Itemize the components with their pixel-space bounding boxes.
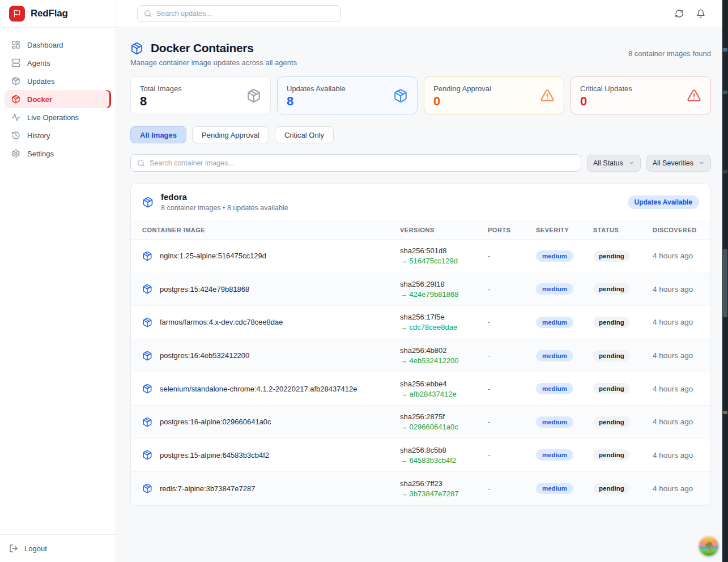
gear-icon xyxy=(11,149,20,158)
sidebar-item-label: Agents xyxy=(27,59,50,67)
package-icon xyxy=(142,417,152,427)
current-version: sha256:2875f xyxy=(400,412,488,422)
page-subtitle: Manage container image updates across al… xyxy=(130,58,297,67)
package-icon xyxy=(142,317,152,327)
brand-name: RedFlag xyxy=(31,8,68,19)
status-badge: pending xyxy=(593,483,630,494)
logout-label: Logout xyxy=(24,544,47,553)
status-badge: pending xyxy=(593,250,630,262)
sidebar-item-label: Live Operations xyxy=(27,113,79,122)
package-icon xyxy=(142,251,152,261)
target-version: → 424e79b81868 xyxy=(400,289,488,299)
status-filter-select[interactable]: All Status xyxy=(587,155,641,172)
sidebar-item-label: Docker xyxy=(27,95,52,104)
severity-filter-select[interactable]: All Severities xyxy=(646,155,711,172)
status-badge: pending xyxy=(593,449,630,461)
stat-card-critical-updates: Critical Updates0 xyxy=(571,76,711,114)
image-search-input[interactable] xyxy=(150,159,574,167)
container-image-name: postgres:15:424e79b81868 xyxy=(160,285,249,293)
ports-value: - xyxy=(488,318,536,326)
stat-label: Critical Updates xyxy=(580,84,701,93)
discovered-time: 4 hours ago xyxy=(653,351,699,360)
sidebar-item-settings[interactable]: Settings xyxy=(5,144,111,163)
chevron-down-icon xyxy=(699,160,705,166)
stat-label: Pending Approval xyxy=(433,84,555,93)
stat-value: 0 xyxy=(433,94,555,109)
logout-icon xyxy=(9,544,18,553)
scrollbar-track[interactable] xyxy=(722,0,728,562)
severity-badge: medium xyxy=(536,383,573,394)
container-image-name: nginx:1.25-alpine:516475cc129d xyxy=(160,252,266,260)
sidebar-nav: DashboardAgentsUpdatesDockerLive Operati… xyxy=(0,28,116,171)
discovered-time: 4 hours ago xyxy=(653,418,699,426)
table-row[interactable]: postgres:16-alpine:029660641a0csha256:28… xyxy=(131,406,710,439)
updates-available-badge: Updates Available xyxy=(628,195,699,209)
table-row[interactable]: farmos/farmos:4.x-dev:cdc78cee8daesha256… xyxy=(131,306,710,339)
logout-button[interactable]: Logout xyxy=(9,544,107,553)
discovered-time: 4 hours ago xyxy=(653,252,699,260)
brand: RedFlag xyxy=(0,0,116,28)
scrollbar-mark xyxy=(723,170,727,173)
image-search[interactable] xyxy=(130,154,581,172)
severity-badge: medium xyxy=(536,317,573,328)
global-search[interactable] xyxy=(137,5,341,22)
chevron-down-icon xyxy=(628,160,635,166)
stat-label: Total Images xyxy=(140,84,261,93)
refresh-icon[interactable] xyxy=(675,9,684,18)
ports-value: - xyxy=(488,252,536,260)
container-image-name: postgres:16:4eb532412200 xyxy=(160,351,249,360)
notifications-bell-icon[interactable] xyxy=(696,9,705,18)
filter-tab-critical-only[interactable]: Critical Only xyxy=(275,126,334,143)
sidebar-item-agents[interactable]: Agents xyxy=(5,54,111,72)
sidebar-item-label: Updates xyxy=(27,77,54,86)
sidebar-item-history[interactable]: History xyxy=(5,126,111,144)
current-version: sha256:8c5b8 xyxy=(400,445,488,455)
container-image-name: selenium/standalone-chrome:4.1.2-2022021… xyxy=(160,385,357,393)
ports-value: - xyxy=(488,351,536,360)
table-toolbar: All Status All Severities xyxy=(130,154,711,172)
status-filter-value: All Status xyxy=(593,159,623,167)
sidebar-item-updates[interactable]: Updates xyxy=(5,72,111,90)
severity-badge: medium xyxy=(536,449,573,461)
current-version: sha256:4b802 xyxy=(400,346,488,355)
table-row[interactable]: postgres:15-alpine:64583b3cb4f2sha256:8c… xyxy=(131,439,710,472)
severity-badge: medium xyxy=(536,416,573,428)
package-icon xyxy=(142,483,152,493)
search-icon xyxy=(137,159,145,167)
target-version: → 029660641a0c xyxy=(400,422,488,432)
global-search-input[interactable] xyxy=(156,10,334,18)
page-header: Docker Containers Manage container image… xyxy=(130,41,711,67)
ports-value: - xyxy=(488,484,536,493)
table-row[interactable]: nginx:1.25-alpine:516475cc129dsha256:501… xyxy=(131,240,710,273)
severity-badge: medium xyxy=(536,283,573,295)
table-row[interactable]: redis:7-alpine:3b73847e7287sha256:7ff23→… xyxy=(131,472,710,505)
server-icon xyxy=(11,58,20,67)
filter-tab-pending-approval[interactable]: Pending Approval xyxy=(192,126,269,143)
sidebar-item-live-operations[interactable]: Live Operations xyxy=(5,108,111,126)
sidebar-item-docker[interactable]: Docker xyxy=(5,90,111,108)
palm-island-icon[interactable]: 🌴 xyxy=(699,537,718,556)
severity-badge: medium xyxy=(536,250,573,262)
package-icon xyxy=(11,76,20,86)
current-version: sha256:ebbe4 xyxy=(400,379,488,389)
column-header-ports: PORTS xyxy=(488,227,536,233)
current-version: sha256:29f18 xyxy=(400,279,488,289)
package-icon xyxy=(393,88,408,103)
table-row[interactable]: selenium/standalone-chrome:4.1.2-2022021… xyxy=(131,372,710,406)
warning-icon xyxy=(687,88,701,103)
topbar xyxy=(116,0,728,27)
table-row[interactable]: postgres:15:424e79b81868sha256:29f18→ 42… xyxy=(131,273,710,306)
images-found-count: 8 container images found xyxy=(628,49,711,58)
discovered-time: 4 hours ago xyxy=(653,385,699,393)
sidebar-item-dashboard[interactable]: Dashboard xyxy=(5,36,111,54)
ports-value: - xyxy=(488,418,536,426)
scrollbar-thumb[interactable] xyxy=(723,249,727,317)
column-header-severity: SEVERITY xyxy=(536,227,593,233)
filter-tab-all-images[interactable]: All Images xyxy=(130,126,186,143)
main-content: Docker Containers Manage container image… xyxy=(116,27,728,562)
column-header-container-image: CONTAINER IMAGE xyxy=(142,227,400,233)
discovered-time: 4 hours ago xyxy=(653,451,699,459)
stat-value: 8 xyxy=(140,94,261,109)
status-badge: pending xyxy=(593,317,630,328)
table-row[interactable]: postgres:16:4eb532412200sha256:4b802→ 4e… xyxy=(131,339,710,373)
